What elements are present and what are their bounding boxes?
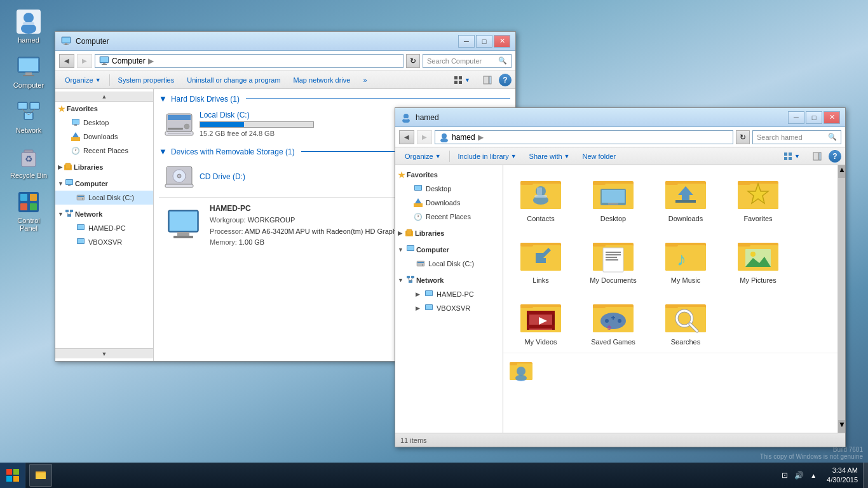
hamed-network-header[interactable]: ▼ Network: [395, 273, 503, 287]
hamedpc-expand-icon: ▶: [416, 291, 420, 297]
view-dropdown-icon: ▼: [465, 77, 470, 83]
hamed-user-folder-icon: [508, 357, 534, 383]
scrollbar-down-btn[interactable]: ▼: [838, 420, 845, 433]
svg-rect-59: [78, 239, 84, 243]
hamed-favorites-header[interactable]: ★ Favorites: [395, 168, 503, 182]
hamed-newfolder-btn[interactable]: New folder: [576, 149, 621, 163]
computer-computer-header[interactable]: ▼ Computer: [55, 177, 153, 191]
hard-disk-expand-icon[interactable]: ▼: [159, 94, 167, 104]
taskbar-clock[interactable]: 3:34 AM 4/30/2015: [822, 466, 863, 485]
folder-favorites[interactable]: Favorites: [723, 168, 793, 227]
hamed-maximize-btn[interactable]: □: [806, 111, 822, 124]
hamed-search-box[interactable]: Search hamed 🔍: [752, 130, 841, 144]
hamed-window-title: hamed: [416, 113, 788, 122]
hamed-sidebar-localdisk[interactable]: Local Disk (C:): [395, 257, 503, 271]
computer-minimize-btn[interactable]: ─: [458, 35, 475, 48]
hamed-address-path[interactable]: hamed ▶: [435, 130, 733, 144]
computer-back-btn[interactable]: ◀: [59, 54, 74, 68]
hamed-includelibrary-btn[interactable]: Include in library ▼: [452, 149, 522, 163]
folder-music[interactable]: ♪ My Music: [651, 229, 721, 288]
hamed-sidebar-desktop[interactable]: Desktop: [395, 182, 503, 196]
computer-sidebar-scroll-up[interactable]: ▲: [55, 92, 153, 102]
hamed-main-content: ▲ ▼: [503, 165, 845, 433]
svg-rect-40: [74, 125, 77, 126]
desktop-icon-control[interactable]: Control Panel: [6, 187, 51, 234]
hamed-forward-btn[interactable]: ▶: [417, 130, 432, 144]
folder-links[interactable]: Links: [506, 229, 576, 288]
svg-point-164: [618, 319, 621, 323]
start-button[interactable]: [0, 463, 25, 488]
hamed-sidebar-recent[interactable]: 🕐 Recent Places: [395, 210, 503, 224]
svg-rect-51: [65, 210, 69, 212]
hamed-help-btn[interactable]: ?: [829, 150, 841, 163]
computer-sidebar-downloads[interactable]: Downloads: [55, 130, 153, 144]
computer-sidebar-localdisk[interactable]: Local Disk (C:): [55, 191, 153, 205]
hamed-user-folder-indicator: [503, 353, 845, 386]
computer-sidebar-hamedpc[interactable]: HAMED-PC: [55, 221, 153, 235]
svg-rect-69: [165, 184, 193, 187]
hamed-sidebar-hamedpc[interactable]: ▶ HAMED-PC: [395, 287, 503, 301]
computer-sidebar-scroll-down[interactable]: ▼: [55, 348, 153, 358]
tray-volume-icon[interactable]: 🔊: [792, 470, 806, 481]
computer-mapnetwork-btn[interactable]: Map network drive: [288, 73, 356, 87]
folder-searches[interactable]: Searches: [651, 291, 721, 350]
svg-rect-11: [31, 103, 39, 109]
computer-uninstall-btn[interactable]: Uninstall or change a program: [181, 73, 286, 87]
computer-preview-btn[interactable]: [477, 73, 498, 87]
hamed-minimize-btn[interactable]: ─: [788, 111, 804, 124]
folder-contacts[interactable]: Contacts: [506, 168, 576, 227]
computer-maximize-btn[interactable]: □: [476, 35, 492, 48]
computer-sysprops-btn[interactable]: System properties: [112, 73, 180, 87]
computer-network-header[interactable]: ▼ Network: [55, 207, 153, 221]
folder-desktop[interactable]: Desktop: [578, 168, 648, 227]
computer-sidebar-desktop[interactable]: Desktop: [55, 116, 153, 130]
computer-view-btn[interactable]: ▼: [448, 73, 476, 87]
desktop-icon-network[interactable]: Network: [6, 97, 51, 137]
hamed-view-dropdown-icon: ▼: [794, 153, 800, 159]
hamed-libraries-header[interactable]: ▶ Libraries: [395, 226, 503, 240]
folder-documents[interactable]: My Documents: [578, 229, 648, 288]
hamed-search-placeholder: Search hamed: [757, 133, 803, 141]
taskbar-item-explorer[interactable]: [29, 464, 52, 487]
show-desktop-btn[interactable]: [863, 463, 868, 488]
folder-pictures[interactable]: My Pictures: [723, 229, 793, 288]
computer-sidebar-recent[interactable]: 🕐 Recent Places: [55, 144, 153, 158]
desktop-icon-recycle[interactable]: ♻ Recycle Bin: [6, 142, 51, 182]
computer-more-btn[interactable]: »: [357, 73, 372, 87]
tray-network-icon[interactable]: ⊡: [779, 470, 790, 481]
hamed-view-btn[interactable]: ▼: [778, 149, 806, 163]
computer-favorites-header[interactable]: ★ Favorites: [55, 102, 153, 116]
computer-search-box[interactable]: Search Computer 🔍: [423, 54, 512, 68]
hamed-preview-btn[interactable]: [807, 149, 827, 163]
computer-sidebar-vboxsvr[interactable]: VBOXSVR: [55, 235, 153, 249]
hamed-close-btn[interactable]: ✕: [824, 111, 840, 124]
folder-videos[interactable]: My Videos: [506, 291, 576, 350]
computer-help-btn[interactable]: ?: [499, 74, 512, 86]
hamed-sidebar-downloads[interactable]: Downloads: [395, 196, 503, 210]
desktop-icon-computer[interactable]: Computer: [6, 51, 51, 92]
hamed-scrollbar[interactable]: ▲ ▼: [837, 165, 845, 433]
svg-point-148: [750, 252, 756, 257]
hamed-sharewith-btn[interactable]: Share with ▼: [524, 149, 576, 163]
computer-organize-btn[interactable]: Organize ▼: [59, 73, 107, 87]
computer-close-btn[interactable]: ✕: [494, 35, 510, 48]
folder-savedgames[interactable]: ♠ Saved Games: [578, 291, 648, 350]
tray-arrow-icon[interactable]: ▲: [808, 471, 819, 480]
computer-libraries-header[interactable]: ▶ Libraries: [55, 160, 153, 174]
hamed-refresh-btn[interactable]: ↻: [736, 130, 750, 144]
folder-downloads[interactable]: Downloads: [651, 168, 721, 227]
computer-forward-btn[interactable]: ▶: [77, 54, 92, 68]
scrollbar-up-btn[interactable]: ▲: [838, 165, 845, 178]
computer-address-path[interactable]: Computer ▶: [95, 54, 403, 68]
desktop-icon-hamed[interactable]: hamed: [6, 6, 51, 46]
hamed-sidebar-vboxsvr[interactable]: ▶ VBOXSVR: [395, 301, 503, 315]
svg-rect-44: [65, 163, 71, 169]
hamed-back-btn[interactable]: ◀: [399, 130, 414, 144]
removable-expand-icon[interactable]: ▼: [159, 147, 167, 156]
hamed-downloads-icon: [413, 198, 423, 208]
hamed-computer-header[interactable]: ▼ Computer: [395, 243, 503, 257]
svg-rect-35: [459, 81, 462, 84]
hamed-organize-btn[interactable]: Organize ▼: [399, 149, 447, 163]
computer-refresh-btn[interactable]: ↻: [406, 54, 420, 68]
recycle-desktop-icon: ♻: [16, 144, 41, 170]
